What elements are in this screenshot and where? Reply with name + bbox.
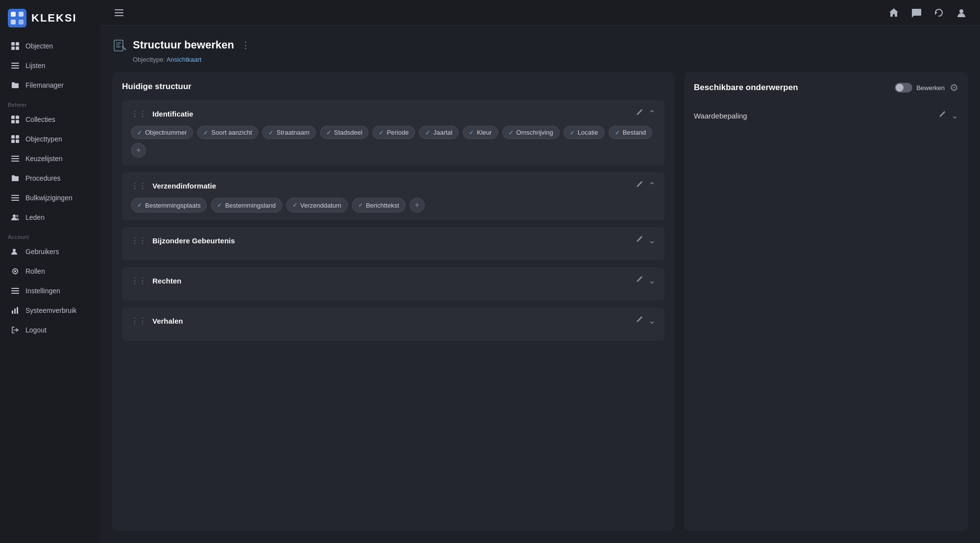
circle-icon xyxy=(11,267,20,276)
sidebar-item-rollen[interactable]: Rollen xyxy=(3,262,98,281)
sidebar-item-lijsten[interactable]: Lijsten xyxy=(3,56,98,75)
main-area: Structuur bewerken ⋮ Objecttype: Ansicht… xyxy=(100,0,980,543)
tag-omschrijving[interactable]: ✓Omschrijving xyxy=(502,126,560,139)
section-title-rechten: Rechten xyxy=(152,277,181,285)
svg-rect-14 xyxy=(11,120,15,123)
section-header-right-identificatie: ⌃ xyxy=(636,108,656,119)
svg-rect-5 xyxy=(11,42,15,46)
section-bijzondere-gebeurtenis: ⋮⋮ Bijzondere Gebeurtenis ⌄ xyxy=(122,227,664,260)
tag-periode[interactable]: ✓Periode xyxy=(372,126,415,139)
edit-icon-waardebepaling[interactable] xyxy=(938,111,946,120)
drag-handle-verhalen[interactable]: ⋮⋮ xyxy=(131,316,147,326)
grid-icon-3 xyxy=(11,135,20,143)
tag-straatnaam[interactable]: ✓Straatnaam xyxy=(262,126,316,139)
tag-bestemmingsland[interactable]: ✓Bestemmingsland xyxy=(211,198,282,212)
sidebar-label-logout: Logout xyxy=(25,326,47,334)
tag-bestand[interactable]: ✓Bestand xyxy=(609,126,653,139)
chevron-down-waardebepaling[interactable]: ⌄ xyxy=(951,110,958,121)
sidebar-item-objecttypen[interactable]: Objecttypen xyxy=(3,130,98,148)
section-header-left: ⋮⋮ Identificatie xyxy=(131,109,193,118)
refresh-icon[interactable] xyxy=(932,6,946,20)
svg-point-28 xyxy=(13,249,16,252)
chevron-up-identificatie[interactable]: ⌃ xyxy=(648,108,656,119)
sidebar: KLEKSI Objecten Lijsten Filemanager Behe… xyxy=(0,0,100,543)
svg-rect-19 xyxy=(16,140,19,143)
topbar-right xyxy=(887,6,968,20)
message-icon[interactable] xyxy=(909,6,923,20)
sidebar-item-gebruikers[interactable]: Gebruikers xyxy=(3,242,98,261)
tag-objectnummer[interactable]: ✓Objectnummer xyxy=(131,126,193,139)
bewerken-label: Bewerken xyxy=(916,84,945,92)
svg-rect-43 xyxy=(116,45,120,46)
tag-jaartal[interactable]: ✓Jaartal xyxy=(419,126,459,139)
tag-soort-aanzicht[interactable]: ✓Soort aanzicht xyxy=(197,126,258,139)
section-header-right-2: ⌃ xyxy=(636,180,656,191)
sidebar-item-collecties[interactable]: Collecties xyxy=(3,110,98,129)
topbar xyxy=(100,0,980,25)
drag-handle-verzendinformatie[interactable]: ⋮⋮ xyxy=(131,181,147,190)
sidebar-item-procedures[interactable]: Procedures xyxy=(3,169,98,188)
subject-waardebepaling: Waardebepaling ⌄ xyxy=(694,103,958,128)
section-title-verzendinformatie: Verzendinformatie xyxy=(152,182,216,190)
edit-icon-bijzondere[interactable] xyxy=(636,236,643,245)
sidebar-item-bulkwijzigingen[interactable]: Bulkwijzigingen xyxy=(3,189,98,207)
tag-kleur[interactable]: ✓Kleur xyxy=(463,126,498,139)
tag-locatie[interactable]: ✓Locatie xyxy=(564,126,605,139)
add-tag-identificatie[interactable]: + xyxy=(131,143,146,158)
sidebar-item-logout[interactable]: Logout xyxy=(3,321,98,339)
tag-berichttekst[interactable]: ✓Berichttekst xyxy=(352,198,406,212)
settings-gear-icon[interactable]: ⚙ xyxy=(950,82,958,94)
drag-handle-bijzondere[interactable]: ⋮⋮ xyxy=(131,236,147,245)
sidebar-item-keuzelijsten[interactable]: Keuzelijsten xyxy=(3,149,98,168)
list-icon-2 xyxy=(11,154,20,163)
drag-handle-rechten[interactable]: ⋮⋮ xyxy=(131,276,147,285)
section-header-right-4: ⌄ xyxy=(636,275,656,286)
chevron-down-bijzondere[interactable]: ⌄ xyxy=(648,235,656,246)
sidebar-label-objecten: Objecten xyxy=(25,42,53,50)
edit-icon-rechten[interactable] xyxy=(636,276,643,285)
chevron-down-verhalen[interactable]: ⌄ xyxy=(648,315,656,326)
logo: KLEKSI xyxy=(0,0,100,36)
bewerken-toggle[interactable] xyxy=(895,83,912,93)
tag-stadsdeel[interactable]: ✓Stadsdeel xyxy=(320,126,369,139)
grid-icon xyxy=(11,42,20,50)
edit-icon-verhalen[interactable] xyxy=(636,316,643,326)
edit-icon-verzendinformatie[interactable] xyxy=(636,181,643,190)
svg-rect-24 xyxy=(11,197,19,198)
list-icon-3 xyxy=(11,193,20,202)
add-tag-verzendinformatie[interactable]: + xyxy=(410,198,425,212)
user-icon[interactable] xyxy=(955,6,968,20)
page-header: Structuur bewerken ⋮ xyxy=(112,37,968,53)
svg-rect-8 xyxy=(16,47,19,50)
two-col-layout: Huidige structuur ⋮⋮ Identificatie xyxy=(112,72,968,531)
svg-point-40 xyxy=(959,9,963,13)
page-menu-icon[interactable]: ⋮ xyxy=(241,40,250,50)
tag-bestemmingsplaats[interactable]: ✓Bestemmingsplaats xyxy=(131,198,207,212)
sidebar-item-systeemverbruik[interactable]: Systeemverbruik xyxy=(3,301,98,320)
tag-verzenddatum[interactable]: ✓Verzenddatum xyxy=(286,198,348,212)
svg-rect-17 xyxy=(16,135,19,139)
chevron-up-verzendinformatie[interactable]: ⌃ xyxy=(648,180,656,191)
svg-rect-33 xyxy=(11,293,19,294)
sidebar-item-instellingen[interactable]: Instellingen xyxy=(3,282,98,300)
svg-rect-36 xyxy=(17,307,18,314)
objecttype-label: Objecttype: xyxy=(133,56,165,63)
svg-rect-37 xyxy=(115,9,123,10)
home-icon[interactable] xyxy=(887,6,901,20)
section-header-rechten: ⋮⋮ Rechten ⌄ xyxy=(131,275,656,286)
hamburger-menu[interactable] xyxy=(112,6,126,20)
account-section-label: Account xyxy=(0,227,100,242)
chevron-down-rechten[interactable]: ⌄ xyxy=(648,275,656,286)
page-title: Structuur bewerken xyxy=(133,39,234,51)
edit-icon-identificatie[interactable] xyxy=(636,109,643,118)
section-header-right-3: ⌄ xyxy=(636,235,656,246)
sidebar-label-gebruikers: Gebruikers xyxy=(25,248,59,256)
drag-handle-identificatie[interactable]: ⋮⋮ xyxy=(131,109,147,118)
tags-verzendinformatie: ✓Bestemmingsplaats ✓Bestemmingsland ✓Ver… xyxy=(131,198,656,212)
sidebar-item-filemanager[interactable]: Filemanager xyxy=(3,76,98,94)
objecttype-value: Ansichtkaart xyxy=(167,56,202,63)
sidebar-item-leden[interactable]: Leden xyxy=(3,208,98,227)
svg-rect-12 xyxy=(11,116,15,119)
sidebar-item-objecten[interactable]: Objecten xyxy=(3,37,98,55)
svg-rect-1 xyxy=(11,12,16,17)
